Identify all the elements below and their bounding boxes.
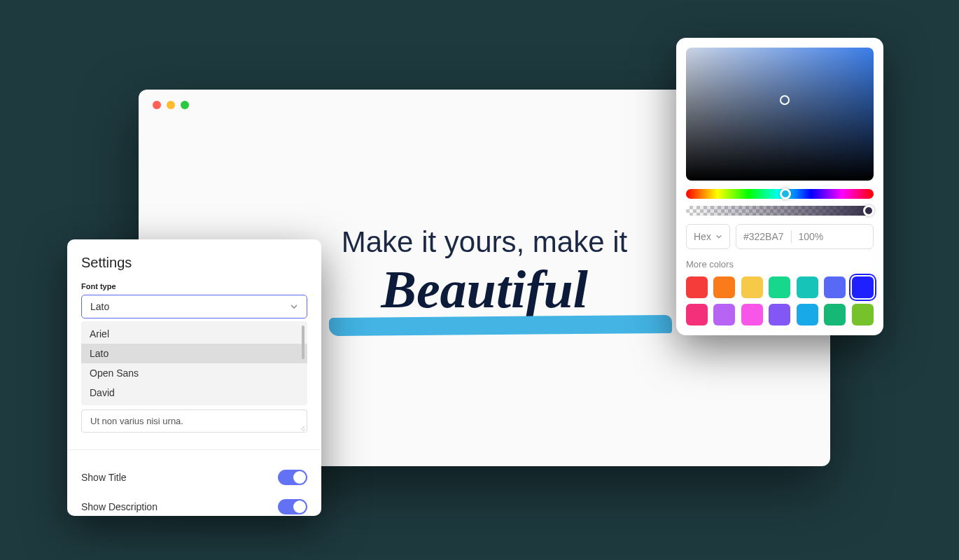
color-swatch[interactable] xyxy=(741,304,763,326)
font-type-label: Font type xyxy=(81,282,307,290)
opacity-value: 100% xyxy=(799,231,824,242)
color-swatch[interactable] xyxy=(713,276,735,298)
minimize-window-icon[interactable] xyxy=(167,101,175,109)
close-window-icon[interactable] xyxy=(153,101,161,109)
show-description-toggle[interactable] xyxy=(278,499,307,514)
font-dropdown-list: Ariel Lato Open Sans David xyxy=(81,321,307,405)
show-title-toggle[interactable] xyxy=(278,470,307,485)
dropdown-scrollbar[interactable] xyxy=(302,326,304,359)
color-swatch[interactable] xyxy=(686,304,708,326)
font-option-david[interactable]: David xyxy=(81,383,307,402)
font-option-lato[interactable]: Lato xyxy=(81,344,307,363)
font-option-ariel[interactable]: Ariel xyxy=(81,324,307,344)
divider xyxy=(67,449,321,450)
input-divider xyxy=(791,230,792,243)
font-select-value: Lato xyxy=(90,301,109,312)
hex-value: #322BA7 xyxy=(743,231,784,242)
chevron-down-icon xyxy=(290,302,298,311)
color-format-select[interactable]: Hex xyxy=(686,224,730,249)
more-colors-label: More colors xyxy=(686,259,874,270)
color-swatch[interactable] xyxy=(713,304,735,326)
font-option-opensans[interactable]: Open Sans xyxy=(81,363,307,383)
brush-underline-icon xyxy=(329,315,672,336)
color-swatch[interactable] xyxy=(824,276,846,298)
color-swatch[interactable] xyxy=(741,276,763,298)
hue-cursor-icon[interactable] xyxy=(780,188,791,200)
color-swatch[interactable] xyxy=(797,304,818,326)
settings-panel: Settings Font type Lato Ariel Lato Open … xyxy=(67,239,321,516)
color-swatch[interactable] xyxy=(769,304,790,326)
resize-handle-icon[interactable] xyxy=(298,424,305,430)
color-swatch[interactable] xyxy=(852,304,874,326)
saturation-brightness-picker[interactable] xyxy=(686,48,874,181)
color-swatch[interactable] xyxy=(852,276,874,298)
show-description-row: Show Description xyxy=(81,492,307,522)
hex-value-input[interactable]: #322BA7 100% xyxy=(736,224,874,249)
alpha-overlay xyxy=(686,206,874,216)
settings-title: Settings xyxy=(81,255,307,271)
description-textarea[interactable]: Ut non varius nisi urna. xyxy=(81,410,307,433)
color-swatch-grid xyxy=(686,276,874,326)
hue-slider[interactable] xyxy=(686,189,874,199)
maximize-window-icon[interactable] xyxy=(181,101,189,109)
color-swatch[interactable] xyxy=(824,304,846,326)
alpha-cursor-icon[interactable] xyxy=(863,205,874,216)
gradient-cursor-icon[interactable] xyxy=(780,95,790,105)
hero-heading-line2: Beautiful xyxy=(381,259,588,320)
chevron-down-icon xyxy=(715,233,722,240)
color-inputs-row: Hex #322BA7 100% xyxy=(686,224,874,249)
color-swatch[interactable] xyxy=(769,276,790,298)
alpha-slider[interactable] xyxy=(686,206,874,216)
color-picker-panel: Hex #322BA7 100% More colors xyxy=(676,38,883,335)
show-title-label: Show Title xyxy=(81,472,127,483)
font-type-select[interactable]: Lato xyxy=(81,295,307,318)
show-description-label: Show Description xyxy=(81,501,158,512)
format-label: Hex xyxy=(694,231,711,242)
textarea-value: Ut non varius nisi urna. xyxy=(90,416,183,426)
color-swatch[interactable] xyxy=(797,276,818,298)
color-swatch[interactable] xyxy=(686,276,708,298)
show-title-row: Show Title xyxy=(81,463,307,492)
